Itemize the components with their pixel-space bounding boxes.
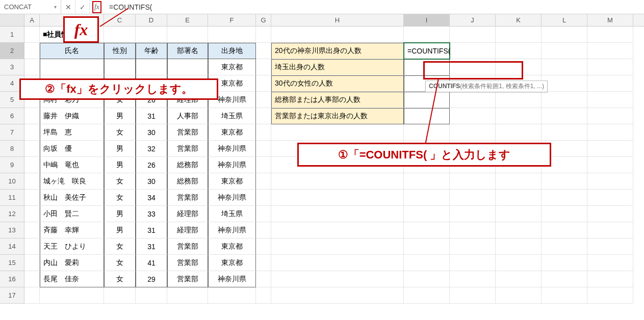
cell-G1[interactable] (256, 26, 271, 43)
cell-J14[interactable] (450, 238, 496, 255)
cell-L15[interactable] (542, 255, 587, 271)
table-cell-dept[interactable]: 営業部 (167, 271, 208, 287)
row-header-17[interactable]: 17 (0, 287, 24, 304)
cell-L10[interactable] (542, 173, 587, 190)
cell-K17[interactable] (496, 287, 542, 304)
col-header-F[interactable]: F (208, 14, 256, 26)
table-cell-name[interactable]: 小田 賢二 (40, 206, 104, 222)
table-cell-dept[interactable] (167, 59, 208, 75)
col-header-C[interactable]: C (104, 14, 136, 26)
row-header-1[interactable]: 1 (0, 26, 24, 43)
table-cell-origin[interactable]: 神奈川県 (208, 157, 256, 173)
table-cell-age[interactable]: 34 (136, 190, 167, 206)
cell-G6[interactable] (256, 108, 271, 124)
cell-K2[interactable] (496, 43, 542, 59)
cell-J6[interactable] (450, 108, 496, 124)
cell-I12[interactable] (404, 206, 450, 222)
query-label[interactable]: 20代の神奈川県出身の人数 (271, 43, 404, 59)
cell-G16[interactable] (256, 271, 271, 287)
table-cell-dept[interactable]: 経理部 (167, 206, 208, 222)
cell-I11[interactable] (404, 190, 450, 206)
cell-H7[interactable] (271, 124, 404, 141)
cell-J1[interactable] (450, 26, 496, 43)
cell-G15[interactable] (256, 255, 271, 271)
cell-H10[interactable] (271, 173, 404, 190)
cell-A9[interactable] (24, 157, 40, 173)
row-header-13[interactable]: 13 (0, 222, 24, 238)
cell-J2[interactable] (450, 43, 496, 59)
cell-J3[interactable] (450, 59, 496, 75)
table-cell-name[interactable]: 秋山 美佐子 (40, 190, 104, 206)
cell-A8[interactable] (24, 141, 40, 157)
table-cell-name[interactable] (40, 59, 104, 75)
table-cell-gender[interactable]: 女 (104, 271, 136, 287)
cell-M11[interactable] (587, 190, 633, 206)
table-cell-gender[interactable] (104, 59, 136, 75)
cell-H1[interactable] (271, 26, 404, 43)
cell-A1[interactable] (24, 26, 40, 43)
table-cell-age[interactable]: 30 (136, 173, 167, 190)
query-label[interactable]: 総務部または人事部の人数 (271, 92, 404, 108)
cell-I10[interactable] (404, 173, 450, 190)
cell-M15[interactable] (587, 255, 633, 271)
table-cell-name[interactable]: 向坂 優 (40, 141, 104, 157)
cell-D17[interactable] (136, 287, 167, 304)
cell-I7[interactable] (404, 124, 450, 141)
table-cell-age[interactable]: 41 (136, 255, 167, 271)
table-cell-name[interactable]: 斉藤 幸輝 (40, 222, 104, 238)
cell-I15[interactable] (404, 255, 450, 271)
table-cell-gender[interactable]: 男 (104, 157, 136, 173)
cell-M14[interactable] (587, 238, 633, 255)
cell-M16[interactable] (587, 271, 633, 287)
cell-H16[interactable] (271, 271, 404, 287)
cell-L13[interactable] (542, 222, 587, 238)
table-cell-origin[interactable]: 神奈川県 (208, 222, 256, 238)
cell-I17[interactable] (404, 287, 450, 304)
cell-J7[interactable] (450, 124, 496, 141)
row-header-7[interactable]: 7 (0, 124, 24, 141)
insert-function-button[interactable]: fx (90, 0, 104, 14)
query-result[interactable] (404, 92, 450, 108)
table-cell-origin[interactable]: 埼玉県 (208, 206, 256, 222)
select-all-corner[interactable] (0, 14, 24, 26)
cell-L5[interactable] (542, 92, 587, 108)
cell-E1[interactable] (167, 26, 208, 43)
table-cell-age[interactable]: 29 (136, 271, 167, 287)
table-cell-gender[interactable]: 女 (104, 238, 136, 255)
cell-L14[interactable] (542, 238, 587, 255)
cell-F17[interactable] (208, 287, 256, 304)
cell-A6[interactable] (24, 108, 40, 124)
row-header-8[interactable]: 8 (0, 141, 24, 157)
cell-M10[interactable] (587, 173, 633, 190)
table-cell-gender[interactable]: 男 (104, 206, 136, 222)
cell-K3[interactable] (496, 59, 542, 75)
query-result[interactable] (404, 108, 450, 124)
row-header-11[interactable]: 11 (0, 190, 24, 206)
row-header-3[interactable]: 3 (0, 59, 24, 75)
cell-L2[interactable] (542, 43, 587, 59)
col-header-D[interactable]: D (136, 14, 167, 26)
col-header-A[interactable]: A (24, 14, 40, 26)
col-header-H[interactable]: H (271, 14, 404, 26)
table-cell-name[interactable]: 長尾 佳奈 (40, 271, 104, 287)
cell-G13[interactable] (256, 222, 271, 238)
row-header-16[interactable]: 16 (0, 271, 24, 287)
table-cell-origin[interactable]: 神奈川県 (208, 190, 256, 206)
cell-G5[interactable] (256, 92, 271, 108)
table-cell-origin[interactable]: 東京都 (208, 173, 256, 190)
table-cell-dept[interactable]: 営業部 (167, 124, 208, 141)
table-cell-name[interactable]: 坪島 恵 (40, 124, 104, 141)
cell-G12[interactable] (256, 206, 271, 222)
table-header-name[interactable]: 氏名 (40, 43, 104, 59)
cell-H14[interactable] (271, 238, 404, 255)
name-box[interactable]: CONCAT ▾ (0, 0, 61, 14)
cell-I16[interactable] (404, 271, 450, 287)
table-cell-dept[interactable]: 営業部 (167, 141, 208, 157)
cell-L4[interactable] (542, 75, 587, 92)
cell-H13[interactable] (271, 222, 404, 238)
cell-H15[interactable] (271, 255, 404, 271)
cell-E17[interactable] (167, 287, 208, 304)
cell-K5[interactable] (496, 92, 542, 108)
table-cell-name[interactable]: 内山 愛莉 (40, 255, 104, 271)
cell-L3[interactable] (542, 59, 587, 75)
